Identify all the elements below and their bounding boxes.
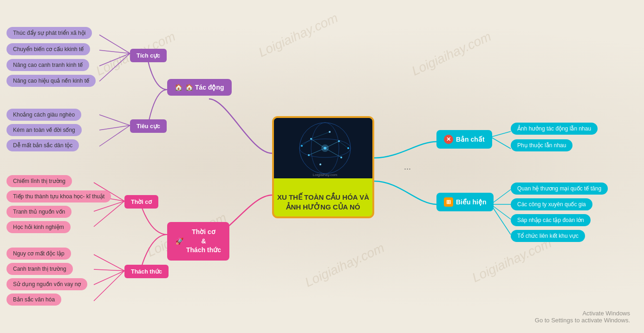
watermark-6: Loigiaihay.com (470, 235, 554, 285)
svg-line-14 (94, 271, 124, 301)
svg-line-11 (94, 255, 124, 271)
branch-tac-dong: 🏠 🏠 Tác động (167, 79, 232, 96)
leaf-thach-thuc-1: Nguy cơ mất độc lập (7, 248, 71, 260)
svg-line-15 (491, 131, 511, 137)
rocket-icon: 🚀 (176, 237, 183, 246)
node-bieu-hien: ⊞ Biểu hiện (436, 193, 494, 211)
activate-windows: Activate Windows Go to Settings to activ… (535, 310, 630, 324)
leaf-thach-thuc-4: Bản sắc văn hóa (7, 294, 61, 306)
leaf-tieu-cuc-1: Khoảng cách giàu nghèo (7, 109, 81, 121)
svg-line-13 (94, 271, 124, 285)
leaf-tich-cuc-2: Chuyển biến cơ cấu kkinh tế (7, 43, 90, 55)
leaf-tieu-cuc-2: Kém an toàn về đời sống (7, 124, 82, 136)
leaf-bieu-hien-2: Các công ty xuyên quốc gia (511, 198, 592, 210)
watermark-5: Loigiaihay.com (303, 240, 387, 290)
leaf-bieu-hien-3: Sáp nhập các tập đoàn lớn (511, 214, 591, 226)
svg-point-41 (321, 144, 329, 152)
home-icon: 🏠 (175, 84, 182, 91)
more-options-icon[interactable]: ··· (404, 164, 411, 174)
leaf-thach-thuc-3: Sử dụng nguồn vốn vay nợ (7, 278, 87, 290)
sub-branch-thach-thuc: Thách thức (124, 265, 169, 278)
svg-line-20 (491, 204, 511, 235)
svg-line-5 (99, 125, 130, 130)
leaf-bieu-hien-4: Tổ chức liên kết khu vực (511, 230, 585, 242)
svg-line-16 (491, 137, 511, 149)
leaf-ban-chat-2: Phụ thuộc lẫn nhau (511, 139, 572, 151)
svg-point-30 (319, 163, 321, 165)
ban-chat-icon: ✕ (444, 135, 453, 144)
central-node-title: XU THẾ TOÀN CẦU HÓA VÀ ẢNH HƯỞNG CỦA NÓ (274, 189, 372, 216)
watermark-3: Loigiaihay.com (410, 29, 494, 78)
branch-thoi-co-thach-thuc: 🚀 Thời cơ & Thách thức (167, 222, 229, 261)
sub-branch-tieu-cuc: Tiêu cực (130, 119, 167, 133)
svg-line-9 (94, 201, 124, 211)
bieu-hien-icon: ⊞ (444, 197, 453, 207)
svg-line-10 (94, 201, 124, 227)
svg-line-17 (491, 189, 511, 204)
central-node: Loigiaihay.com XU THẾ TOÀN CẦU HÓA VÀ ẢN… (272, 116, 374, 218)
watermark-2: Loigiaihay.com (256, 10, 340, 60)
leaf-thoi-co-2: Tiếp thu thành tựu khoa học- kĩ thuật (7, 190, 111, 202)
leaf-tich-cuc-4: Nâng cao hiệu quả nền kinh tế (7, 75, 96, 87)
leaf-thoi-co-1: Chiếm lĩnh thị trường (7, 175, 72, 187)
sub-branch-thoi-co: Thời cơ (124, 195, 158, 209)
leaf-thoi-co-4: Học hỏi kinh nghiệm (7, 221, 71, 233)
leaf-tich-cuc-3: Nâng cao canh tranh kinh tế (7, 59, 89, 71)
svg-line-0 (99, 35, 130, 53)
leaf-thach-thuc-2: Canh tranh thị trường (7, 263, 73, 275)
leaf-ban-chat-1: Ảnh hưởng tác động lẫn nhau (511, 123, 598, 135)
svg-line-19 (491, 204, 511, 219)
svg-line-1 (99, 50, 130, 53)
leaf-thoi-co-3: Tranh thủ nguồn vốn (7, 206, 72, 218)
svg-line-2 (99, 53, 130, 66)
svg-line-3 (99, 53, 130, 81)
svg-line-6 (99, 125, 130, 146)
leaf-tich-cuc-1: Thúc đẩy sự phát triển xã hội (7, 27, 92, 39)
sub-branch-tich-cuc: Tích cực (130, 49, 167, 62)
network-svg: Loigiaihay.com (274, 118, 372, 178)
node-ban-chat: ✕ Bản chất (436, 130, 492, 149)
svg-text:Loigiaihay.com: Loigiaihay.com (313, 173, 338, 177)
svg-line-4 (99, 115, 130, 125)
leaf-tieu-cuc-3: Dễ mất bản sắc dân tộc (7, 139, 79, 151)
svg-line-12 (94, 269, 124, 271)
leaf-bieu-hien-1: Quan hệ thương mại quốc tế tăng (511, 183, 608, 195)
central-node-image: Loigiaihay.com (274, 118, 372, 178)
